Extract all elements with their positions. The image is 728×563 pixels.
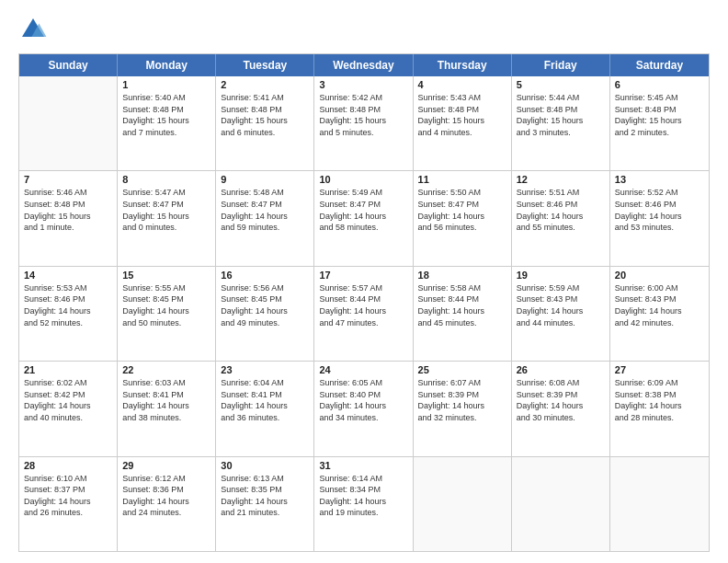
calendar-cell: 3Sunrise: 5:42 AM Sunset: 8:48 PM Daylig… (314, 76, 413, 170)
header (18, 15, 710, 44)
calendar-week-3: 14Sunrise: 5:53 AM Sunset: 8:46 PM Dayli… (19, 267, 709, 362)
calendar-cell: 23Sunrise: 6:04 AM Sunset: 8:41 PM Dayli… (216, 362, 314, 455)
logo-icon (18, 15, 48, 44)
day-info: Sunrise: 5:55 AM Sunset: 8:45 PM Dayligh… (122, 282, 210, 328)
header-day-thursday: Thursday (414, 54, 512, 76)
day-info: Sunrise: 5:46 AM Sunset: 8:48 PM Dayligh… (24, 187, 112, 233)
calendar: SundayMondayTuesdayWednesdayThursdayFrid… (18, 53, 710, 552)
calendar-cell: 17Sunrise: 5:57 AM Sunset: 8:44 PM Dayli… (314, 267, 413, 361)
day-number: 25 (418, 364, 506, 375)
day-info: Sunrise: 6:02 AM Sunset: 8:42 PM Dayligh… (24, 377, 112, 423)
calendar-cell: 1Sunrise: 5:40 AM Sunset: 8:48 PM Daylig… (118, 76, 216, 170)
day-info: Sunrise: 5:47 AM Sunset: 8:47 PM Dayligh… (122, 187, 210, 233)
calendar-week-4: 21Sunrise: 6:02 AM Sunset: 8:42 PM Dayli… (19, 362, 709, 456)
page: SundayMondayTuesdayWednesdayThursdayFrid… (0, 0, 728, 563)
day-info: Sunrise: 5:50 AM Sunset: 8:47 PM Dayligh… (418, 187, 506, 233)
calendar-cell: 29Sunrise: 6:12 AM Sunset: 8:36 PM Dayli… (118, 457, 216, 551)
day-number: 11 (418, 174, 506, 185)
calendar-cell: 13Sunrise: 5:52 AM Sunset: 8:46 PM Dayli… (610, 171, 709, 265)
day-info: Sunrise: 6:03 AM Sunset: 8:41 PM Dayligh… (122, 377, 210, 423)
day-info: Sunrise: 5:48 AM Sunset: 8:47 PM Dayligh… (221, 187, 309, 233)
calendar-cell: 15Sunrise: 5:55 AM Sunset: 8:45 PM Dayli… (118, 267, 216, 361)
calendar-cell: 27Sunrise: 6:09 AM Sunset: 8:38 PM Dayli… (610, 362, 709, 455)
day-info: Sunrise: 6:10 AM Sunset: 8:37 PM Dayligh… (24, 473, 112, 519)
calendar-cell: 16Sunrise: 5:56 AM Sunset: 8:45 PM Dayli… (216, 267, 314, 361)
day-number: 22 (122, 364, 210, 375)
calendar-cell: 11Sunrise: 5:50 AM Sunset: 8:47 PM Dayli… (414, 171, 512, 265)
calendar-body: 1Sunrise: 5:40 AM Sunset: 8:48 PM Daylig… (19, 76, 709, 551)
day-number: 3 (319, 79, 407, 90)
day-number: 24 (319, 364, 407, 375)
day-info: Sunrise: 5:53 AM Sunset: 8:46 PM Dayligh… (24, 282, 112, 328)
day-info: Sunrise: 6:12 AM Sunset: 8:36 PM Dayligh… (122, 473, 210, 519)
day-number: 16 (221, 270, 309, 281)
calendar-cell (414, 457, 512, 551)
header-day-wednesday: Wednesday (314, 54, 413, 76)
day-info: Sunrise: 5:45 AM Sunset: 8:48 PM Dayligh… (615, 92, 704, 138)
calendar-header: SundayMondayTuesdayWednesdayThursdayFrid… (19, 54, 709, 76)
day-info: Sunrise: 6:14 AM Sunset: 8:34 PM Dayligh… (319, 473, 407, 519)
day-number: 19 (517, 270, 605, 281)
day-number: 6 (615, 79, 704, 90)
day-number: 31 (319, 460, 407, 471)
day-info: Sunrise: 5:44 AM Sunset: 8:48 PM Dayligh… (517, 92, 605, 138)
day-info: Sunrise: 6:07 AM Sunset: 8:39 PM Dayligh… (418, 377, 506, 423)
day-number: 8 (122, 174, 210, 185)
day-number: 15 (122, 270, 210, 281)
day-info: Sunrise: 6:08 AM Sunset: 8:39 PM Dayligh… (517, 377, 605, 423)
day-info: Sunrise: 6:05 AM Sunset: 8:40 PM Dayligh… (319, 377, 407, 423)
day-number: 18 (418, 270, 506, 281)
day-info: Sunrise: 6:13 AM Sunset: 8:35 PM Dayligh… (221, 473, 309, 519)
calendar-cell: 7Sunrise: 5:46 AM Sunset: 8:48 PM Daylig… (19, 171, 118, 265)
calendar-week-5: 28Sunrise: 6:10 AM Sunset: 8:37 PM Dayli… (19, 457, 709, 551)
day-number: 12 (517, 174, 605, 185)
calendar-cell: 22Sunrise: 6:03 AM Sunset: 8:41 PM Dayli… (118, 362, 216, 455)
day-number: 28 (24, 460, 112, 471)
day-info: Sunrise: 6:00 AM Sunset: 8:43 PM Dayligh… (615, 282, 704, 328)
day-info: Sunrise: 5:43 AM Sunset: 8:48 PM Dayligh… (418, 92, 506, 138)
day-info: Sunrise: 5:49 AM Sunset: 8:47 PM Dayligh… (319, 187, 407, 233)
calendar-cell: 14Sunrise: 5:53 AM Sunset: 8:46 PM Dayli… (19, 267, 118, 361)
day-info: Sunrise: 5:51 AM Sunset: 8:46 PM Dayligh… (517, 187, 605, 233)
header-day-saturday: Saturday (610, 54, 709, 76)
day-number: 10 (319, 174, 407, 185)
day-info: Sunrise: 5:52 AM Sunset: 8:46 PM Dayligh… (615, 187, 704, 233)
day-number: 21 (24, 364, 112, 375)
day-info: Sunrise: 6:09 AM Sunset: 8:38 PM Dayligh… (615, 377, 704, 423)
day-number: 5 (517, 79, 605, 90)
calendar-cell: 19Sunrise: 5:59 AM Sunset: 8:43 PM Dayli… (512, 267, 610, 361)
day-number: 23 (221, 364, 309, 375)
day-info: Sunrise: 6:04 AM Sunset: 8:41 PM Dayligh… (221, 377, 309, 423)
header-day-friday: Friday (512, 54, 610, 76)
day-number: 29 (122, 460, 210, 471)
day-number: 7 (24, 174, 112, 185)
day-number: 4 (418, 79, 506, 90)
day-number: 13 (615, 174, 704, 185)
calendar-cell: 4Sunrise: 5:43 AM Sunset: 8:48 PM Daylig… (414, 76, 512, 170)
calendar-cell: 10Sunrise: 5:49 AM Sunset: 8:47 PM Dayli… (314, 171, 413, 265)
calendar-cell: 21Sunrise: 6:02 AM Sunset: 8:42 PM Dayli… (19, 362, 118, 455)
calendar-week-2: 7Sunrise: 5:46 AM Sunset: 8:48 PM Daylig… (19, 171, 709, 266)
day-number: 9 (221, 174, 309, 185)
day-number: 17 (319, 270, 407, 281)
calendar-cell: 18Sunrise: 5:58 AM Sunset: 8:44 PM Dayli… (414, 267, 512, 361)
calendar-cell: 24Sunrise: 6:05 AM Sunset: 8:40 PM Dayli… (314, 362, 413, 455)
day-info: Sunrise: 5:56 AM Sunset: 8:45 PM Dayligh… (221, 282, 309, 328)
header-day-tuesday: Tuesday (216, 54, 314, 76)
day-info: Sunrise: 5:58 AM Sunset: 8:44 PM Dayligh… (418, 282, 506, 328)
day-number: 20 (615, 270, 704, 281)
calendar-cell: 2Sunrise: 5:41 AM Sunset: 8:48 PM Daylig… (216, 76, 314, 170)
calendar-cell (19, 76, 118, 170)
day-number: 14 (24, 270, 112, 281)
day-info: Sunrise: 5:41 AM Sunset: 8:48 PM Dayligh… (221, 92, 309, 138)
day-number: 1 (122, 79, 210, 90)
day-number: 2 (221, 79, 309, 90)
calendar-cell: 5Sunrise: 5:44 AM Sunset: 8:48 PM Daylig… (512, 76, 610, 170)
header-day-monday: Monday (118, 54, 216, 76)
day-info: Sunrise: 5:57 AM Sunset: 8:44 PM Dayligh… (319, 282, 407, 328)
calendar-cell: 12Sunrise: 5:51 AM Sunset: 8:46 PM Dayli… (512, 171, 610, 265)
calendar-cell: 28Sunrise: 6:10 AM Sunset: 8:37 PM Dayli… (19, 457, 118, 551)
calendar-cell (512, 457, 610, 551)
day-info: Sunrise: 5:59 AM Sunset: 8:43 PM Dayligh… (517, 282, 605, 328)
calendar-cell: 9Sunrise: 5:48 AM Sunset: 8:47 PM Daylig… (216, 171, 314, 265)
